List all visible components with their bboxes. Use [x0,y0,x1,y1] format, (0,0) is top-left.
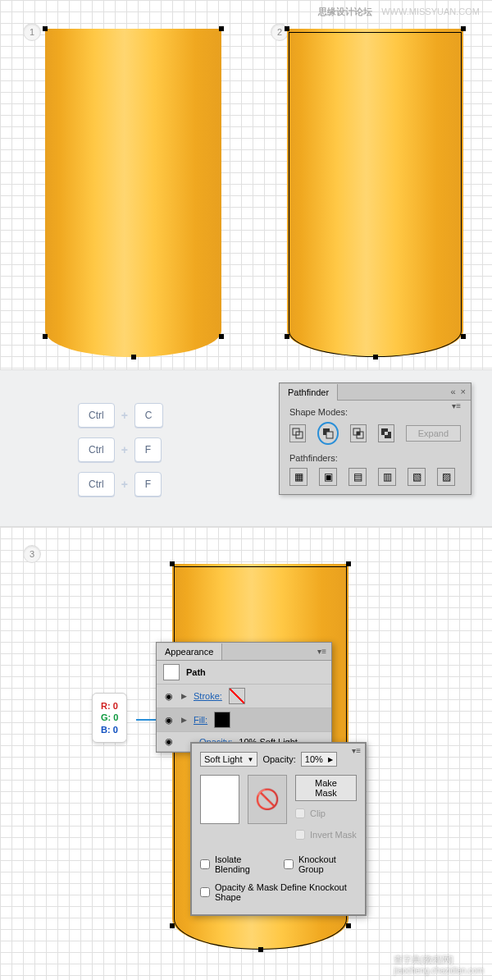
appearance-panel[interactable]: Appearance ▾≡ Path ◉ ▶ Stroke: ◉ ▶ Fill:… [156,642,332,753]
stroke-link[interactable]: Stroke: [194,691,222,701]
anchor-point[interactable] [346,923,351,928]
panel-menu-icon[interactable]: ▾≡ [312,647,331,656]
plus-icon: + [121,478,128,491]
knockout-group-checkbox[interactable]: Knockout Group [284,854,357,874]
rgb-g-value: G: 0 [101,712,118,723]
clip-checkbox: Clip [295,808,357,818]
anchor-point[interactable] [285,26,289,31]
pathfinders-row: ▦ ▣ ▤ ▥ ▧ ▨ [289,468,461,486]
watermark-url: WWW.MISSYUAN.COM [381,7,480,16]
anchor-point[interactable] [43,26,48,31]
key-c: C [134,403,163,428]
cylinder-body [45,29,221,357]
appearance-tab[interactable]: Appearance [157,643,222,660]
make-mask-button[interactable]: Make Mask [295,775,357,801]
fill-link[interactable]: Fill: [194,715,207,725]
merge-button[interactable]: ▤ [348,468,367,486]
panel-header[interactable]: Pathfinder « × [280,383,471,401]
footer-text: 查字典[教程网] [394,955,453,964]
blend-mode-value: Soft Light [204,754,242,764]
pathfinder-tab[interactable]: Pathfinder [280,384,338,401]
watermark-text: 思缘设计论坛 [318,7,372,16]
minus-front-button[interactable] [317,422,339,445]
anchor-point[interactable] [258,947,263,952]
fill-swatch-black[interactable] [214,712,230,728]
shortcut-row: Ctrl + F [78,437,162,462]
anchor-point[interactable] [170,561,175,566]
target-row: Path [157,661,331,685]
expand-triangle-icon[interactable]: ▶ [181,692,187,700]
anchor-point[interactable] [373,355,378,359]
transparency-popout[interactable]: ▾≡ Soft Light ▼ Opacity: 10% ▶ 🚫 Make Ma… [190,742,367,916]
panel-controls[interactable]: « × [445,387,471,396]
anchor-point[interactable] [285,334,289,339]
stroke-swatch-none[interactable] [229,688,245,704]
opacity-value: 10% [305,754,323,764]
svg-rect-9 [385,432,388,435]
key-f: F [134,472,162,497]
panel-menu-icon[interactable]: ▾≡ [447,401,466,410]
opacity-label: Opacity: [262,754,295,764]
outline-button[interactable]: ▧ [408,468,426,486]
anchor-point[interactable] [219,26,224,31]
target-swatch[interactable] [163,664,180,680]
svg-rect-6 [357,432,360,435]
path-label: Path [186,667,206,677]
stroke-row[interactable]: ◉ ▶ Stroke: [157,685,331,708]
divide-button[interactable]: ▦ [289,468,308,486]
close-icon[interactable]: × [461,387,466,396]
anchor-point[interactable] [461,26,466,31]
key-f: F [134,437,162,462]
blend-mode-dropdown[interactable]: Soft Light ▼ [200,752,257,767]
pathfinder-body: Shape Modes: Expand Pathfinders: ▦ ▣ ▤ ▥… [280,401,471,494]
opacity-thumbnail[interactable] [200,775,239,824]
exclude-button[interactable] [378,424,394,442]
panel-header[interactable]: Appearance ▾≡ [157,643,331,661]
trim-button[interactable]: ▣ [319,468,337,486]
footer-url: jiaocheng.chazidian.com [394,966,484,975]
visibility-toggle[interactable]: ◉ [163,691,175,702]
anchor-point[interactable] [219,334,224,339]
chevron-right-icon: ▶ [328,756,333,763]
crop-button[interactable]: ▥ [378,468,396,486]
watermark-top: 思缘设计论坛 WWW.MISSYUAN.COM [318,6,480,18]
expand-button[interactable]: Expand [406,425,461,442]
shape-modes-row: Expand [289,422,461,445]
opacity-input[interactable]: 10% ▶ [301,752,337,767]
anchor-point[interactable] [346,561,351,566]
rgb-r-value: R: 0 [101,700,118,712]
minus-back-button[interactable]: ▨ [437,468,455,486]
anchor-point[interactable] [43,334,48,339]
anchor-point[interactable] [131,355,136,359]
expand-triangle-icon[interactable]: ▶ [181,716,187,724]
collapse-icon[interactable]: « [450,387,455,396]
rgb-values-callout: R: 0 G: 0 B: 0 [92,693,127,743]
canvas-steps-1-2: 思缘设计论坛 WWW.MISSYUAN.COM 1 2 [0,0,492,369]
watermark-footer: 查字典[教程网] jiaocheng.chazidian.com [394,952,484,975]
svg-rect-3 [326,432,333,438]
panel-menu-icon[interactable]: ▾≡ [352,746,361,755]
anchor-point[interactable] [461,334,466,339]
anchor-point[interactable] [170,923,175,928]
intersect-button[interactable] [350,424,367,442]
cylinder-shape-2[interactable] [287,29,463,357]
cylinder-shape-1[interactable] [45,29,221,357]
fill-row[interactable]: ◉ ▶ Fill: [157,708,331,732]
shortcuts-and-pathfinder-area: Ctrl + C Ctrl + F Ctrl + F Pathfinder « … [0,369,492,527]
shortcut-row: Ctrl + C [78,403,163,428]
key-ctrl: Ctrl [78,403,115,428]
step-badge-1: 1 [23,23,41,41]
pathfinders-label: Pathfinders: [289,453,461,463]
invert-mask-checkbox: Invert Mask [295,830,357,840]
isolate-blending-checkbox[interactable]: Isolate Blending [200,854,272,874]
define-knockout-checkbox[interactable]: Opacity & Mask Define Knockout Shape [200,882,357,902]
mask-thumbnail-empty[interactable]: 🚫 [248,775,287,824]
visibility-toggle[interactable]: ◉ [163,715,175,726]
pathfinder-panel[interactable]: Pathfinder « × ▾≡ Shape Modes: Expand Pa… [279,382,472,495]
plus-icon: + [121,409,128,422]
key-ctrl: Ctrl [78,437,115,462]
plus-icon: + [121,443,128,456]
unite-button[interactable] [289,424,306,442]
key-ctrl: Ctrl [78,472,115,497]
visibility-toggle[interactable]: ◉ [163,736,175,747]
